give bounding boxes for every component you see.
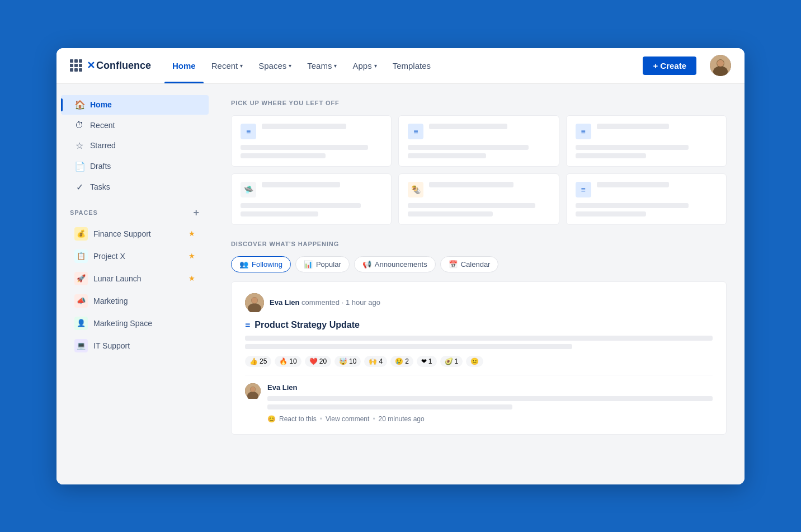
view-comment-link[interactable]: View comment <box>326 415 369 423</box>
create-button[interactable]: + Create <box>643 57 696 75</box>
discover-tabs: 👥 Following 📊 Popular 📢 Announcements 📅 … <box>231 256 727 272</box>
avatar[interactable] <box>710 55 731 76</box>
add-space-button[interactable]: + <box>194 207 200 219</box>
commenter-name: Eva Lien <box>267 383 713 392</box>
reaction-fire[interactable]: 🔥 10 <box>275 356 301 367</box>
tab-popular[interactable]: 📊 Popular <box>295 256 350 272</box>
following-icon: 👥 <box>239 260 248 269</box>
reaction-neutral[interactable]: 😐 <box>466 356 483 367</box>
space-project-x[interactable]: 📋 Project X ★ <box>61 246 209 267</box>
comment-time: 20 minutes ago <box>379 415 425 423</box>
chevron-down-icon: ▾ <box>289 63 291 69</box>
sidebar-item-tasks[interactable]: ✓ Tasks <box>61 177 209 197</box>
task-icon: ✓ <box>74 182 84 192</box>
sidebar: 🏠 Home ⏱ Recent ☆ Starred 📄 Drafts ✓ Tas… <box>56 84 213 484</box>
page-icon: ≡ <box>576 124 591 139</box>
react-link[interactable]: React to this <box>279 415 317 423</box>
nav-apps[interactable]: Apps ▾ <box>345 48 384 84</box>
home-icon: 🏠 <box>74 100 84 110</box>
main-content: PICK UP WHERE YOU LEFT OFF ≡ <box>213 84 745 484</box>
activity-card: Eva Lien commented · 1 hour ago ≡ Produc… <box>231 281 727 435</box>
food-icon: 🌯 <box>408 182 423 197</box>
comment-body: Eva Lien 😊 React to this • View comment … <box>267 383 713 423</box>
page-doc-icon: ≡ <box>245 320 250 330</box>
emoji-reactions: 👍 25 🔥 10 ❤️ 20 🤯 10 🙌 4 😢 2 ❤ 1 🥑 1 😐 <box>245 356 713 367</box>
reaction-thumbsup[interactable]: 👍 25 <box>245 356 271 367</box>
space-icon-projectx: 📋 <box>74 249 88 263</box>
nav-teams[interactable]: Teams ▾ <box>299 48 345 84</box>
activity-meta: Eva Lien commented · 1 hour ago <box>270 298 380 307</box>
space-icon-lunar: 🚀 <box>74 272 88 285</box>
recent-card-3[interactable]: ≡ <box>566 115 727 167</box>
spaces-header: SPACES + <box>56 198 213 223</box>
space-icon-finance: 💰 <box>74 227 88 241</box>
pickup-section-title: PICK UP WHERE YOU LEFT OFF <box>231 100 727 106</box>
chevron-down-icon: ▾ <box>240 63 243 69</box>
star-icon: ★ <box>189 229 195 238</box>
logo-symbol: ✕ <box>87 60 95 71</box>
header: ✕Confluence Home Recent ▾ Spaces ▾ Teams… <box>56 48 745 84</box>
star-icon: ★ <box>189 274 195 283</box>
svg-point-7 <box>252 297 258 303</box>
recent-card-2[interactable]: ≡ <box>398 115 559 167</box>
calendar-icon: 📅 <box>449 260 458 269</box>
space-icon-marketing: 📣 <box>74 294 88 308</box>
header-logo: ✕Confluence <box>70 59 151 72</box>
reaction-avocado[interactable]: 🥑 1 <box>440 356 463 367</box>
space-icon-it: 💻 <box>74 339 88 352</box>
tab-announcements[interactable]: 📢 Announcements <box>354 256 436 272</box>
activity-page-title[interactable]: ≡ Product Strategy Update <box>245 320 713 330</box>
reaction-mindblown[interactable]: 🤯 10 <box>334 356 361 367</box>
nav-home[interactable]: Home <box>164 48 204 84</box>
nav-spaces[interactable]: Spaces ▾ <box>251 48 299 84</box>
discover-section-title: DISCOVER WHAT'S HAPPENING <box>231 241 727 247</box>
tab-calendar[interactable]: 📅 Calendar <box>440 256 499 272</box>
content-preview <box>245 336 713 349</box>
commenter-avatar <box>245 383 261 399</box>
space-icon-marketing-space: 👤 <box>74 317 88 330</box>
reaction-heart[interactable]: ❤️ 20 <box>305 356 331 367</box>
space-finance-support[interactable]: 💰 Finance Support ★ <box>61 223 209 244</box>
grid-icon[interactable] <box>70 59 82 72</box>
svg-point-11 <box>251 387 256 392</box>
recent-card-4[interactable]: 🛸 <box>231 173 392 225</box>
tab-following[interactable]: 👥 Following <box>231 256 291 272</box>
star-icon: ☆ <box>74 140 84 151</box>
main-nav: Home Recent ▾ Spaces ▾ Teams ▾ Apps ▾ Te… <box>164 48 638 84</box>
page-icon: ≡ <box>576 182 591 197</box>
reaction-clap[interactable]: 🙌 4 <box>364 356 387 367</box>
recent-card-6[interactable]: ≡ <box>566 173 727 225</box>
sidebar-item-drafts[interactable]: 📄 Drafts <box>61 157 209 176</box>
comment-section: Eva Lien 😊 React to this • View comment … <box>245 375 713 423</box>
announcement-icon: 📢 <box>362 260 371 269</box>
reaction-heart2[interactable]: ❤ 1 <box>417 356 437 367</box>
rocket-icon: 🛸 <box>241 182 256 197</box>
clock-icon: ⏱ <box>74 120 84 130</box>
space-it-support[interactable]: 💻 IT Support <box>61 335 209 356</box>
sidebar-item-recent[interactable]: ⏱ Recent <box>61 116 209 135</box>
nav-templates[interactable]: Templates <box>385 48 439 84</box>
chevron-down-icon: ▾ <box>374 63 377 69</box>
logo[interactable]: ✕Confluence <box>87 59 151 72</box>
comment-footer: 😊 React to this • View comment • 20 minu… <box>267 415 713 423</box>
avatar-image <box>710 55 731 76</box>
body: 🏠 Home ⏱ Recent ☆ Starred 📄 Drafts ✓ Tas… <box>56 84 745 484</box>
chevron-down-icon: ▾ <box>334 63 337 69</box>
reaction-sad[interactable]: 😢 2 <box>390 356 413 367</box>
sidebar-item-home[interactable]: 🏠 Home <box>61 95 209 115</box>
space-lunar-launch[interactable]: 🚀 Lunar Launch ★ <box>61 268 209 289</box>
recent-cards-grid: ≡ ≡ <box>231 115 727 225</box>
space-marketing[interactable]: 📣 Marketing <box>61 290 209 312</box>
activity-user-avatar <box>245 293 264 312</box>
svg-point-3 <box>717 60 724 67</box>
app-window: ✕Confluence Home Recent ▾ Spaces ▾ Teams… <box>56 48 745 484</box>
nav-recent[interactable]: Recent ▾ <box>204 48 251 84</box>
star-icon: ★ <box>189 252 195 260</box>
draft-icon: 📄 <box>74 161 84 172</box>
recent-card-5[interactable]: 🌯 <box>398 173 559 225</box>
sidebar-item-starred[interactable]: ☆ Starred <box>61 136 209 156</box>
page-icon: ≡ <box>241 124 256 139</box>
space-marketing-space[interactable]: 👤 Marketing Space <box>61 313 209 334</box>
recent-card-1[interactable]: ≡ <box>231 115 392 167</box>
react-icon: 😊 <box>267 415 276 423</box>
